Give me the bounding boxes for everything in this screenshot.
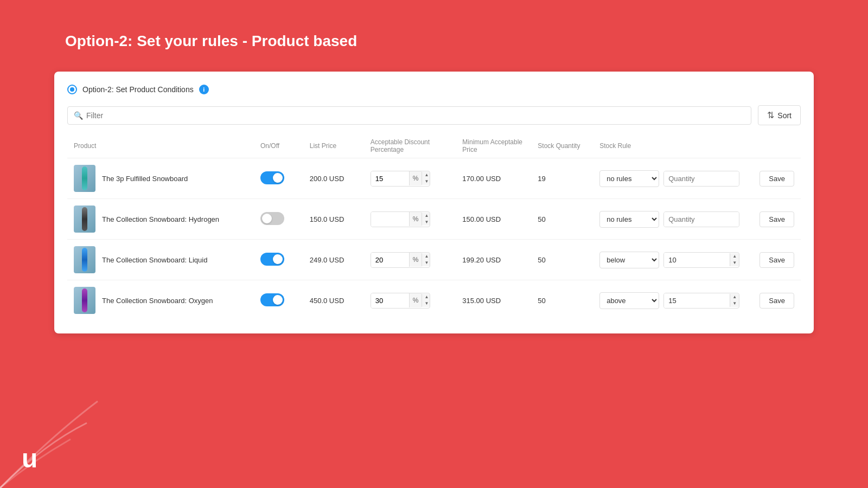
qty-down-3[interactable]: ▼ xyxy=(730,300,739,307)
toggle-2[interactable] xyxy=(260,253,284,266)
percent-label-2: % xyxy=(409,253,422,267)
discount-wrap-0: % ▲ ▼ xyxy=(371,171,430,187)
discount-input-0[interactable] xyxy=(371,171,409,186)
product-name-3: The Collection Snowboard: Oxygen xyxy=(102,297,213,305)
discount-down-2[interactable]: ▼ xyxy=(422,260,430,266)
col-header-stockrule: Stock Rule xyxy=(593,134,753,158)
product-cell-0: The 3p Fulfilled Snowboard xyxy=(67,158,254,199)
table-row: The 3p Fulfilled Snowboard 200.0 USD % ▲… xyxy=(67,158,801,199)
action-cell-2: Save xyxy=(753,240,801,280)
stock-rule-select-1[interactable]: no rulesbelowabove xyxy=(599,211,659,228)
list-price-cell-0: 200.0 USD xyxy=(303,158,364,199)
discount-up-0[interactable]: ▲ xyxy=(422,172,430,178)
qty-up-3[interactable]: ▲ xyxy=(730,294,739,300)
card-header-title: Option-2: Set Product Conditions xyxy=(82,85,194,94)
quantity-wrap-1 xyxy=(663,211,739,227)
filter-input[interactable] xyxy=(67,106,751,125)
discount-cell-2: % ▲ ▼ xyxy=(364,240,456,280)
stock-rule-cell-3: no rulesbelowabove ▲ ▼ xyxy=(593,280,753,321)
toggle-knob-0 xyxy=(273,173,283,183)
save-button-2[interactable]: Save xyxy=(760,252,794,268)
stock-rule-select-2[interactable]: no rulesbelowabove xyxy=(599,252,659,268)
action-cell-0: Save xyxy=(753,158,801,199)
discount-input-2[interactable] xyxy=(371,253,409,267)
percent-label-1: % xyxy=(409,212,422,226)
min-price-1: 150.00 USD xyxy=(462,215,501,223)
product-name-1: The Collection Snowboard: Hydrogen xyxy=(102,215,219,223)
stock-qty-cell-0: 19 xyxy=(531,158,593,199)
quantity-input-0[interactable] xyxy=(664,171,739,186)
action-cell-1: Save xyxy=(753,199,801,240)
min-price-cell-0: 170.00 USD xyxy=(456,158,531,199)
quantity-input-2[interactable] xyxy=(664,253,730,267)
qty-down-2[interactable]: ▼ xyxy=(730,260,739,266)
discount-down-3[interactable]: ▼ xyxy=(422,300,430,307)
discount-spinners-0: ▲ ▼ xyxy=(422,172,430,185)
save-button-1[interactable]: Save xyxy=(760,211,794,227)
discount-spinners-1: ▲ ▼ xyxy=(422,213,430,226)
stock-rule-select-0[interactable]: no rulesbelowabove xyxy=(599,170,659,187)
toggle-0[interactable] xyxy=(260,171,284,184)
list-price-1: 150.0 USD xyxy=(310,215,344,223)
discount-cell-0: % ▲ ▼ xyxy=(364,158,456,199)
discount-wrap-3: % ▲ ▼ xyxy=(371,293,430,309)
list-price-cell-3: 450.0 USD xyxy=(303,280,364,321)
arc-decoration xyxy=(0,380,108,488)
stock-rule-select-3[interactable]: no rulesbelowabove xyxy=(599,292,659,309)
stock-qty-2: 50 xyxy=(538,256,545,264)
save-button-3[interactable]: Save xyxy=(760,293,794,309)
quantity-input-3[interactable] xyxy=(664,293,730,308)
stock-qty-cell-1: 50 xyxy=(531,199,593,240)
stock-qty-1: 50 xyxy=(538,215,545,223)
toggle-knob-3 xyxy=(273,295,283,305)
col-header-discount: Acceptable Discount Percentage xyxy=(364,134,456,158)
list-price-2: 249.0 USD xyxy=(310,256,344,264)
qty-spinners-2: ▲ ▼ xyxy=(730,253,739,266)
table-row: The Collection Snowboard: Oxygen 450.0 U… xyxy=(67,280,801,321)
sort-label: Sort xyxy=(777,111,792,120)
search-icon: 🔍 xyxy=(74,111,83,120)
product-image-2 xyxy=(74,246,95,273)
discount-up-1[interactable]: ▲ xyxy=(422,213,430,219)
discount-cell-3: % ▲ ▼ xyxy=(364,280,456,321)
info-icon[interactable]: i xyxy=(199,85,209,94)
toggle-cell-0 xyxy=(254,158,303,199)
discount-input-3[interactable] xyxy=(371,293,409,308)
list-price-cell-2: 249.0 USD xyxy=(303,240,364,280)
list-price-3: 450.0 USD xyxy=(310,297,344,305)
percent-label-0: % xyxy=(409,171,422,185)
percent-label-3: % xyxy=(409,293,422,307)
toggle-3[interactable] xyxy=(260,293,284,306)
col-header-stockqty: Stock Quantity xyxy=(531,134,593,158)
min-price-cell-2: 199.20 USD xyxy=(456,240,531,280)
stock-qty-cell-2: 50 xyxy=(531,240,593,280)
toggle-1[interactable] xyxy=(260,212,284,225)
quantity-input-1[interactable] xyxy=(664,212,739,227)
discount-up-2[interactable]: ▲ xyxy=(422,253,430,260)
min-price-cell-3: 315.00 USD xyxy=(456,280,531,321)
product-image-1 xyxy=(74,206,95,233)
qty-spinners-3: ▲ ▼ xyxy=(730,294,739,307)
col-header-listprice: List Price xyxy=(303,134,364,158)
toolbar: 🔍 ⇅ Sort xyxy=(67,105,801,125)
min-price-0: 170.00 USD xyxy=(462,175,501,183)
product-cell-3: The Collection Snowboard: Oxygen xyxy=(67,280,254,321)
discount-down-1[interactable]: ▼ xyxy=(422,219,430,226)
discount-down-0[interactable]: ▼ xyxy=(422,178,430,185)
card-header: Option-2: Set Product Conditions i xyxy=(67,85,801,94)
product-cell-1: The Collection Snowboard: Hydrogen xyxy=(67,199,254,240)
radio-icon[interactable] xyxy=(67,85,77,94)
product-name-2: The Collection Snowboard: Liquid xyxy=(102,256,207,264)
stock-rule-cell-2: no rulesbelowabove ▲ ▼ xyxy=(593,240,753,280)
discount-input-1[interactable] xyxy=(371,212,409,227)
qty-up-2[interactable]: ▲ xyxy=(730,253,739,260)
stock-qty-0: 19 xyxy=(538,175,545,183)
save-button-0[interactable]: Save xyxy=(760,171,794,187)
min-price-3: 315.00 USD xyxy=(462,297,501,305)
discount-wrap-1: % ▲ ▼ xyxy=(371,211,430,227)
table-row: The Collection Snowboard: Hydrogen 150.0… xyxy=(67,199,801,240)
sort-button[interactable]: ⇅ Sort xyxy=(758,105,801,125)
discount-up-3[interactable]: ▲ xyxy=(422,294,430,300)
min-price-2: 199.20 USD xyxy=(462,256,501,264)
col-header-product: Product xyxy=(67,134,254,158)
